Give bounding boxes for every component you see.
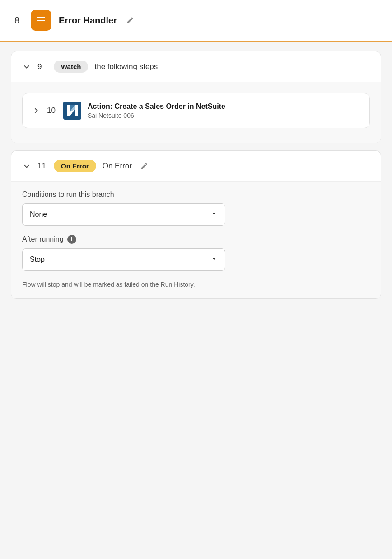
step-9-label: the following steps — [94, 62, 158, 71]
after-running-label: After running — [22, 235, 64, 243]
flow-note: Flow will stop and will be marked as fai… — [22, 280, 370, 289]
page-container: 8 Error Handler — [0, 0, 392, 308]
svg-rect-2 — [37, 23, 45, 23]
after-running-dropdown-value: Stop — [30, 256, 45, 264]
step-11-block: 11 On Error On Error Conditions to run t… — [11, 150, 381, 299]
step-11-edit-button[interactable] — [140, 162, 148, 170]
error-handler-icon — [31, 10, 51, 31]
step-11-label: On Error — [103, 162, 132, 171]
step-9-inner: 10 Action: Create a Sales Order in N — [11, 82, 381, 143]
step-10-subtitle: Sai Netsuite 006 — [88, 112, 225, 119]
step-10-inner: 10 Action: Create a Sales Order in N — [23, 93, 369, 128]
step-9-collapse-button[interactable] — [22, 62, 31, 71]
step-8-title: Error Handler — [59, 15, 117, 26]
list-icon — [36, 15, 47, 26]
svg-rect-1 — [37, 20, 45, 21]
step-11-row: 11 On Error On Error — [11, 151, 381, 181]
step-10-text-group: Action: Create a Sales Order in NetSuite… — [88, 102, 225, 119]
svg-rect-0 — [37, 17, 45, 18]
step-11-collapse-button[interactable] — [22, 162, 31, 171]
conditions-dropdown[interactable]: None — [22, 203, 225, 226]
step-9-row: 9 Watch the following steps — [11, 51, 381, 82]
step-9-block: 9 Watch the following steps 10 — [11, 51, 381, 143]
step-10-number: 10 — [47, 106, 57, 115]
conditions-dropdown-value: None — [30, 210, 47, 219]
step-8-edit-button[interactable] — [126, 16, 134, 24]
after-running-dropdown-arrow-icon — [210, 255, 218, 264]
step-10-card: 10 Action: Create a Sales Order in N — [22, 93, 370, 128]
watch-badge: Watch — [54, 61, 88, 73]
step-8-number: 8 — [14, 15, 23, 26]
step-11-number: 11 — [37, 162, 47, 171]
netsuite-logo-icon — [63, 102, 81, 120]
step-11-inner: Conditions to run this branch None After… — [11, 181, 381, 298]
after-running-dropdown[interactable]: Stop — [22, 248, 225, 271]
step-10-expand-button[interactable] — [32, 106, 41, 115]
content-area: 9 Watch the following steps 10 — [0, 42, 392, 308]
after-running-row: After running i — [22, 235, 370, 244]
info-icon[interactable]: i — [67, 235, 76, 244]
conditions-label: Conditions to run this branch — [22, 191, 370, 199]
on-error-badge: On Error — [54, 160, 96, 172]
step-10-title: Action: Create a Sales Order in NetSuite — [88, 102, 225, 111]
step-8-header: 8 Error Handler — [0, 0, 392, 42]
step-9-number: 9 — [37, 62, 47, 71]
svg-rect-3 — [37, 17, 38, 18]
conditions-dropdown-arrow-icon — [210, 210, 218, 219]
